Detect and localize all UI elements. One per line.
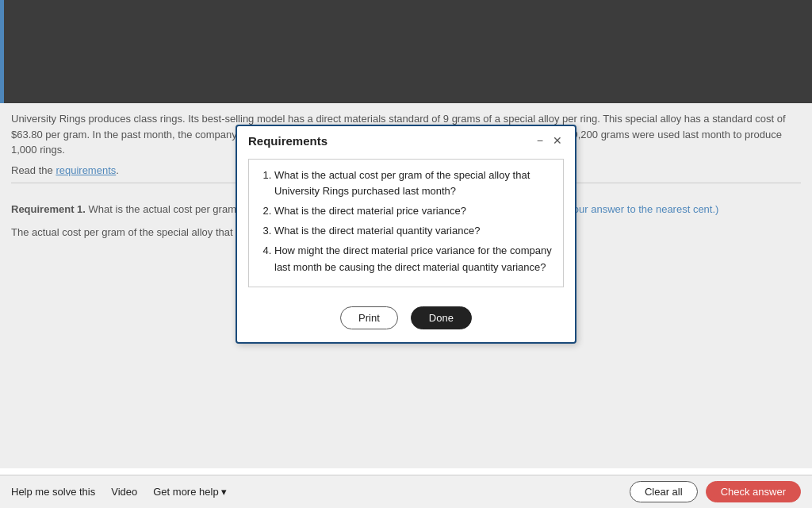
bottom-toolbar: Help me solve this Video Get more help ▾… [0, 475, 812, 508]
modal-requirements-box: What is the actual cost per gram of the … [248, 159, 564, 288]
requirements-list: What is the actual cost per gram of the … [274, 167, 552, 276]
modal-overlay: Requirements − ✕ What is the actual cost… [0, 0, 812, 468]
check-answer-button[interactable]: Check answer [706, 481, 801, 502]
list-item: How might the direct material price vari… [274, 243, 552, 276]
toolbar-left: Help me solve this Video Get more help ▾ [11, 486, 614, 498]
modal-title: Requirements [248, 134, 327, 148]
modal-header: Requirements − ✕ [237, 126, 575, 152]
modal-controls: − ✕ [535, 135, 564, 146]
clear-all-button[interactable]: Clear all [630, 481, 698, 502]
get-more-help-button[interactable]: Get more help ▾ [153, 486, 227, 498]
list-item: What is the actual cost per gram of the … [274, 167, 552, 201]
list-item: What is the direct material quantity var… [274, 223, 552, 240]
list-item: What is the direct material price varian… [274, 203, 552, 220]
print-button[interactable]: Print [340, 306, 398, 329]
help-me-solve-button[interactable]: Help me solve this [11, 486, 95, 498]
video-button[interactable]: Video [111, 486, 137, 498]
modal-close-button[interactable]: ✕ [551, 135, 564, 146]
toolbar-right: Clear all Check answer [630, 481, 801, 502]
modal-footer: Print Done [237, 297, 575, 342]
modal-body: What is the actual cost per gram of the … [237, 152, 575, 298]
modal-minimize-button[interactable]: − [535, 135, 545, 146]
requirements-modal: Requirements − ✕ What is the actual cost… [236, 125, 576, 344]
done-button[interactable]: Done [411, 306, 472, 329]
